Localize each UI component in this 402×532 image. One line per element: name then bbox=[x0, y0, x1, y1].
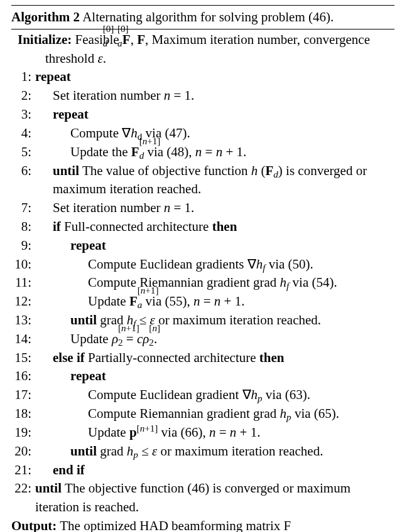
code-line: 19:Update p[n+1] via (66), n = n + 1. bbox=[11, 423, 394, 442]
line-number: 3: bbox=[11, 105, 35, 124]
line-code: until The value of objective function h … bbox=[35, 162, 394, 200]
line-code: until grad hf ≤ ε or maximum iteration r… bbox=[35, 311, 394, 330]
line-code: Compute Riemannian gradient grad hp via … bbox=[35, 405, 394, 423]
line-number: 16: bbox=[11, 367, 35, 386]
initialize-text-before: Feasible bbox=[72, 32, 122, 47]
initialize-line: Initialize: Feasible F[0]d, F[0]a, Maxim… bbox=[11, 31, 394, 68]
code-line: 2:Set iteration number n = 1. bbox=[11, 87, 394, 105]
line-code: Set iteration number n = 1. bbox=[35, 87, 394, 105]
line-code: Compute Euclidean gradients ∇hf via (50)… bbox=[35, 255, 394, 274]
line-number: 12: bbox=[11, 292, 35, 311]
line-code: if Full-connected architecture then bbox=[35, 218, 394, 237]
init-F1: F bbox=[122, 32, 131, 47]
code-line: 20:until grad hp ≤ ε or maximum iteratio… bbox=[11, 442, 394, 461]
init-comma1: , bbox=[131, 32, 138, 47]
line-number: 22: bbox=[11, 479, 35, 517]
line-number: 11: bbox=[11, 274, 35, 292]
init-F1-sub: d bbox=[103, 38, 108, 48]
code-line: 16:repeat bbox=[11, 367, 394, 386]
init-period: . bbox=[103, 51, 106, 66]
line-code: Compute ∇hd via (47). bbox=[35, 124, 394, 143]
line-number: 5: bbox=[11, 143, 35, 162]
algorithm-block: Algorithm 2 Alternating algorithm for so… bbox=[0, 0, 402, 532]
line-number: 2: bbox=[11, 87, 35, 105]
code-line: 14:Update ρ[n+1]2 = cρ[n]2. bbox=[11, 330, 394, 349]
algorithm-title-line: Algorithm 2 Alternating algorithm for so… bbox=[11, 5, 394, 29]
line-code: Update F[n+1]a via (55), n = n + 1. bbox=[35, 292, 394, 311]
line-code: Update ρ[n+1]2 = cρ[n]2. bbox=[35, 330, 394, 349]
line-code: repeat bbox=[35, 68, 394, 87]
code-line: 10:Compute Euclidean gradients ∇hf via (… bbox=[11, 255, 394, 274]
line-code: Set iteration number n = 1. bbox=[35, 199, 394, 218]
code-line: 18:Compute Riemannian gradient grad hp v… bbox=[11, 405, 394, 423]
line-code: until The objective function (46) is con… bbox=[35, 479, 394, 517]
line-code: Update p[n+1] via (66), n = n + 1. bbox=[35, 423, 394, 442]
code-line: 22:until The objective function (46) is … bbox=[11, 479, 394, 517]
line-code: repeat bbox=[35, 105, 394, 124]
output-label: Output: bbox=[11, 518, 57, 532]
init-F2-sub: a bbox=[117, 38, 122, 48]
line-number: 18: bbox=[11, 405, 35, 423]
pseudocode-body: 1:repeat2:Set iteration number n = 1.3:r… bbox=[11, 68, 394, 517]
line-number: 21: bbox=[11, 461, 35, 480]
init-F2: F bbox=[137, 32, 145, 47]
line-code: else if Partially-connected architecture… bbox=[35, 349, 394, 368]
code-line: 4:Compute ∇hd via (47). bbox=[11, 124, 394, 143]
line-number: 9: bbox=[11, 237, 35, 255]
output-line: Output: The optimized HAD beamforming ma… bbox=[11, 517, 394, 532]
line-number: 17: bbox=[11, 386, 35, 405]
code-line: 12:Update F[n+1]a via (55), n = n + 1. bbox=[11, 292, 394, 311]
line-number: 4: bbox=[11, 124, 35, 143]
algorithm-number: Algorithm 2 bbox=[11, 9, 80, 24]
line-code: Compute Euclidean gradient ∇hp via (63). bbox=[35, 386, 394, 405]
code-line: 3:repeat bbox=[11, 105, 394, 124]
line-number: 19: bbox=[11, 423, 35, 442]
code-line: 1:repeat bbox=[11, 68, 394, 87]
line-number: 7: bbox=[11, 199, 35, 218]
code-line: 17:Compute Euclidean gradient ∇hp via (6… bbox=[11, 386, 394, 405]
line-code: Compute Riemannian gradient grad hf via … bbox=[35, 274, 394, 292]
algorithm-title-rest: Alternating algorithm for solving proble… bbox=[80, 9, 334, 24]
line-code: Update the F[n+1]d via (48), n = n + 1. bbox=[35, 143, 394, 162]
code-line: 8:if Full-connected architecture then bbox=[11, 218, 394, 237]
line-number: 14: bbox=[11, 330, 35, 349]
line-code: repeat bbox=[35, 367, 394, 386]
initialize-label: Initialize: bbox=[18, 32, 72, 47]
line-number: 20: bbox=[11, 442, 35, 461]
line-code: repeat bbox=[35, 237, 394, 255]
code-line: 21:end if bbox=[11, 461, 394, 480]
code-line: 13:until grad hf ≤ ε or maximum iteratio… bbox=[11, 311, 394, 330]
line-number: 8: bbox=[11, 218, 35, 237]
line-code: end if bbox=[35, 461, 394, 480]
line-number: 13: bbox=[11, 311, 35, 330]
line-number: 1: bbox=[11, 68, 35, 87]
line-number: 15: bbox=[11, 349, 35, 368]
line-code: until grad hp ≤ ε or maximum iteration r… bbox=[35, 442, 394, 461]
init-eps: ε bbox=[97, 51, 102, 66]
output-rest: The optimized HAD beamforming matrix F bbox=[57, 518, 291, 532]
code-line: 6:until The value of objective function … bbox=[11, 162, 394, 200]
code-line: 5:Update the F[n+1]d via (48), n = n + 1… bbox=[11, 143, 394, 162]
line-number: 6: bbox=[11, 162, 35, 200]
code-line: 15:else if Partially-connected architect… bbox=[11, 349, 394, 368]
code-line: 9:repeat bbox=[11, 237, 394, 255]
code-line: 7:Set iteration number n = 1. bbox=[11, 199, 394, 218]
line-number: 10: bbox=[11, 255, 35, 274]
code-line: 11:Compute Riemannian gradient grad hf v… bbox=[11, 274, 394, 292]
